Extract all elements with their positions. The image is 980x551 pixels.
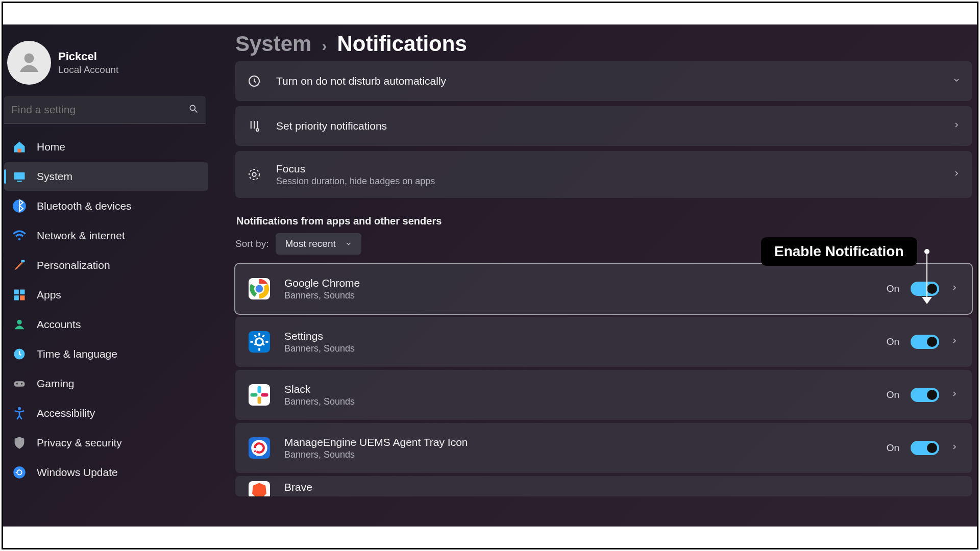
settings-app-icon (249, 331, 270, 353)
svg-rect-15 (14, 381, 25, 387)
person-icon (12, 317, 27, 332)
sidebar-item-accessibility[interactable]: Accessibility (4, 399, 208, 428)
svg-point-1 (190, 105, 195, 110)
annotation-arrow-head (922, 297, 932, 306)
gamepad-icon (12, 377, 27, 391)
focus-icon (247, 167, 262, 182)
sidebar-item-apps[interactable]: Apps (4, 281, 208, 309)
app-row-manageengine[interactable]: ManageEngine UEMS Agent Tray Icon Banner… (235, 423, 972, 473)
svg-rect-4 (14, 172, 25, 180)
main-panel: System › Notifications Turn on do not di… (235, 32, 972, 527)
system-icon (12, 169, 27, 184)
svg-point-13 (17, 320, 21, 324)
notification-toggle[interactable] (911, 282, 939, 296)
app-name: Google Chrome (284, 277, 360, 289)
svg-rect-10 (20, 290, 24, 294)
app-name: Slack (284, 383, 355, 395)
sort-value: Most recent (285, 238, 335, 249)
account-name: Pickcel (58, 50, 118, 63)
card-priority[interactable]: Set priority notifications (235, 106, 972, 146)
user-icon (15, 49, 43, 77)
app-name: ManageEngine UEMS Agent Tray Icon (284, 436, 468, 448)
breadcrumb-parent[interactable]: System (235, 32, 311, 56)
search-icon[interactable] (188, 104, 199, 116)
sidebar-item-personalization[interactable]: Personalization (4, 251, 208, 280)
svg-point-21 (256, 129, 259, 131)
app-name: Settings (284, 330, 355, 342)
toggle-state-label: On (887, 283, 899, 294)
chevron-right-icon[interactable] (950, 337, 959, 347)
update-icon (12, 465, 27, 480)
annotation-text: Enable Notification (774, 243, 904, 259)
sidebar-item-home[interactable]: Home (4, 133, 208, 161)
accessibility-icon (12, 406, 27, 420)
chevron-right-icon[interactable] (950, 284, 959, 294)
account-type: Local Account (58, 64, 118, 76)
wifi-icon (12, 229, 27, 243)
sidebar-item-label: Home (37, 141, 65, 153)
sidebar-item-label: Gaming (37, 378, 75, 390)
svg-point-17 (21, 383, 22, 384)
page-title: Notifications (337, 32, 467, 56)
chevron-down-icon (345, 240, 352, 247)
shield-icon (12, 436, 27, 450)
chevron-down-icon (952, 76, 961, 86)
sidebar-item-system[interactable]: System (4, 162, 208, 191)
priority-icon (247, 118, 262, 134)
apps-icon (12, 288, 27, 302)
sidebar-item-label: System (37, 170, 72, 183)
svg-rect-11 (14, 295, 19, 300)
card-focus[interactable]: Focus Session duration, hide badges on a… (235, 151, 972, 198)
search-input[interactable] (11, 104, 188, 116)
toggle-state-label: On (887, 336, 899, 347)
app-row-slack[interactable]: Slack Banners, Sounds On (235, 370, 972, 420)
brave-icon (249, 481, 270, 496)
slack-icon (249, 384, 270, 406)
sidebar-item-time[interactable]: Time & language (4, 340, 208, 368)
notification-toggle[interactable] (911, 335, 939, 349)
svg-rect-30 (251, 393, 258, 397)
breadcrumb-separator: › (322, 37, 327, 55)
chevron-right-icon (952, 169, 961, 180)
sidebar-item-label: Windows Update (37, 466, 118, 479)
card-dnd-auto[interactable]: Turn on do not disturb automatically (235, 61, 972, 101)
svg-point-0 (24, 54, 34, 63)
sidebar: Pickcel Local Account Home (3, 24, 212, 527)
chevron-right-icon[interactable] (950, 443, 959, 453)
sort-dropdown[interactable]: Most recent (276, 233, 361, 255)
svg-rect-8 (21, 260, 25, 263)
card-subtitle: Session duration, hide badges on apps (276, 176, 435, 187)
sidebar-item-label: Accounts (37, 318, 81, 331)
app-row-settings[interactable]: Settings Banners, Sounds On (235, 317, 972, 367)
sidebar-item-accounts[interactable]: Accounts (4, 310, 208, 339)
notification-toggle[interactable] (911, 441, 939, 455)
avatar (7, 41, 51, 85)
sidebar-item-update[interactable]: Windows Update (4, 458, 208, 487)
search-input-wrap[interactable] (4, 96, 206, 123)
svg-marker-34 (922, 297, 932, 304)
app-name: Brave (284, 481, 312, 493)
chevron-right-icon (952, 121, 961, 131)
app-subtitle: Banners, Sounds (284, 449, 468, 460)
notification-toggle[interactable] (911, 388, 939, 402)
sidebar-item-privacy[interactable]: Privacy & security (4, 429, 208, 457)
manageengine-icon (249, 437, 270, 459)
sidebar-item-bluetooth[interactable]: Bluetooth & devices (4, 192, 208, 220)
app-subtitle: Banners, Sounds (284, 396, 355, 407)
svg-point-16 (16, 383, 18, 384)
chevron-right-icon[interactable] (950, 390, 959, 400)
card-title: Set priority notifications (276, 120, 387, 132)
app-row-brave[interactable]: Brave (235, 476, 972, 496)
section-heading: Notifications from apps and other sender… (236, 215, 972, 227)
card-title: Focus (276, 163, 435, 175)
account-block[interactable]: Pickcel Local Account (3, 35, 212, 92)
app-row-chrome[interactable]: Google Chrome Banners, Sounds On (235, 264, 972, 314)
clock-icon (12, 347, 27, 361)
sidebar-item-gaming[interactable]: Gaming (4, 369, 208, 398)
svg-rect-5 (17, 181, 21, 182)
sidebar-item-network[interactable]: Network & internet (4, 221, 208, 250)
svg-rect-32 (261, 393, 268, 397)
sidebar-item-label: Network & internet (37, 230, 125, 242)
toggle-state-label: On (887, 442, 899, 454)
svg-point-33 (251, 440, 267, 456)
